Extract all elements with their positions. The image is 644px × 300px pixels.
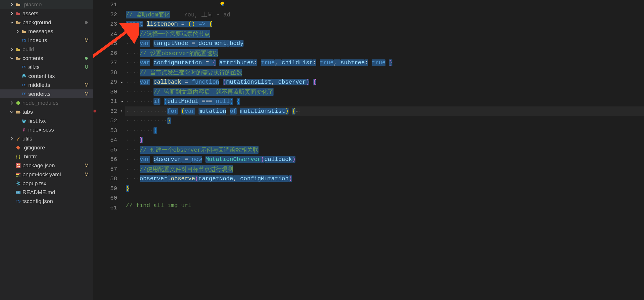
code-line[interactable]: ····var configMutation = { attributes: t…	[125, 58, 644, 68]
file-tree-item[interactable]: assets	[0, 9, 93, 18]
gutter-line[interactable]: 57	[93, 164, 125, 174]
file-label: README.md	[23, 189, 90, 196]
file-tree-item[interactable]: TStsconfig.json	[0, 197, 93, 206]
code-editor[interactable]: 21 22 23 24 25 26 27 28 29 30 31 32	[93, 0, 644, 300]
code-line[interactable]: const listenDom = () => {	[125, 19, 644, 29]
code-line[interactable]: ····var targetNode = document.body	[125, 39, 644, 48]
gutter-line[interactable]: 21	[93, 0, 125, 10]
file-tree-item[interactable]: first.tsx	[0, 116, 93, 125]
chevron-down-icon[interactable]	[9, 21, 15, 24]
lightbulb-icon[interactable]	[219, 1, 225, 8]
file-tree-item[interactable]: messages	[0, 27, 93, 36]
file-tree-item[interactable]: tabs	[0, 107, 93, 116]
code-line[interactable]: ····var callback = function (mutationsLi…	[125, 77, 644, 87]
code-line[interactable]: // find all img url	[125, 203, 644, 208]
gutter-line[interactable]: 30	[93, 87, 125, 97]
code-line[interactable]: ····// 创建一个observer示例与回调函数相关联	[125, 145, 644, 155]
chevron-down-icon[interactable]	[9, 110, 15, 114]
fold-icon[interactable]	[119, 110, 125, 112]
code-line[interactable]: }	[125, 184, 644, 194]
fold-icon[interactable]	[119, 100, 125, 103]
breakpoint-slot[interactable]	[93, 110, 97, 112]
file-tree-item[interactable]: pnpm-lock.yamlM	[0, 170, 93, 179]
gutter-line[interactable]: 26	[93, 48, 125, 58]
file-tree-item[interactable]: TSall.tsU	[0, 63, 93, 72]
gutter-line[interactable]: 59	[93, 184, 125, 194]
modified-dot-icon	[85, 21, 88, 24]
file-tree-item[interactable]: popup.tsx	[0, 179, 93, 188]
gutter-line[interactable]: 31	[93, 97, 125, 106]
gutter-line[interactable]: 27	[93, 58, 125, 68]
chevron-right-icon[interactable]	[9, 137, 15, 140]
gutter-line[interactable]: 23	[93, 19, 125, 29]
code-line[interactable]	[125, 193, 644, 203]
git-status-badge: M	[83, 172, 90, 177]
gutter-line[interactable]: 60	[93, 193, 125, 203]
editor-code-area[interactable]: // 监听dom变化You, 上周 • adconst listenDom = …	[125, 0, 644, 300]
gutter-line[interactable]: 53	[93, 126, 125, 136]
git-blame-annotation: You, 上周 • ad	[184, 11, 230, 18]
file-tree-item[interactable]: package.jsonM	[0, 161, 93, 170]
chevron-right-icon[interactable]	[9, 3, 15, 6]
code-line[interactable]: ············for (var mutation of mutatio…	[125, 106, 644, 116]
file-label: messages	[28, 28, 90, 35]
gutter-line[interactable]: 61	[93, 203, 125, 213]
code-line[interactable]: ········// 监听到文章内容后，就不再监听页面变化了	[125, 87, 644, 97]
file-tree-item[interactable]: contents	[0, 54, 93, 63]
fold-icon[interactable]	[119, 81, 125, 84]
file-tree-item[interactable]: node_modules	[0, 98, 93, 107]
file-label: build	[23, 46, 90, 52]
file-tree-item[interactable]: build	[0, 45, 93, 54]
chevron-down-icon[interactable]	[9, 57, 15, 60]
file-icon	[21, 29, 27, 33]
file-tree-item[interactable]: .gitignore	[0, 143, 93, 152]
code-line[interactable]: // 监听dom变化You, 上周 • ad	[125, 10, 644, 20]
file-icon	[15, 181, 21, 186]
line-number: 32	[97, 108, 119, 115]
file-tree-item[interactable]: content.tsx	[0, 72, 93, 80]
gutter-line[interactable]: 52	[93, 116, 125, 126]
gutter-line[interactable]: 54	[93, 135, 125, 145]
file-label: all.ts	[28, 64, 83, 70]
chevron-right-icon[interactable]	[9, 48, 15, 51]
code-line[interactable]: ····}	[125, 135, 644, 145]
file-tree-item[interactable]: TSindex.tsM	[0, 36, 93, 45]
file-tree-item[interactable]: { }.hintrc	[0, 152, 93, 161]
file-explorer-sidebar[interactable]: .plasmoassetsbackgroundmessagesTSindex.t…	[0, 0, 93, 300]
file-tree-item[interactable]: TSmiddle.tsM	[0, 80, 93, 89]
file-tree-item[interactable]: TSsender.tsM	[0, 89, 93, 98]
code-line[interactable]: ····//使用配置文件对目标节点进行观测	[125, 164, 644, 174]
gutter-line[interactable]: 32	[93, 106, 125, 116]
gutter-line[interactable]: 28	[93, 68, 125, 78]
gutter-line[interactable]: 55	[93, 145, 125, 155]
breakpoint-icon[interactable]	[93, 110, 96, 112]
git-status-badge: M	[83, 82, 90, 88]
code-line[interactable]: ····var observer = new MutationObserver(…	[125, 155, 644, 164]
code-line[interactable]: ········if (editModul === null) {	[125, 97, 644, 106]
gutter-line[interactable]: 25	[93, 39, 125, 48]
code-line[interactable]: ····// 当节点发生变化时的需要执行的函数	[125, 68, 644, 78]
gutter-line[interactable]: 29	[93, 77, 125, 87]
code-line[interactable]: ············}	[125, 116, 644, 126]
fold-icon[interactable]	[119, 23, 125, 26]
line-number: 21	[97, 1, 119, 8]
code-line[interactable]: ····observer.observe(targetNode, configM…	[125, 174, 644, 184]
file-tree-item[interactable]: ♯index.scss	[0, 125, 93, 134]
gutter-line[interactable]: 58	[93, 174, 125, 184]
code-line[interactable]: ····// 设置observer的配置选项	[125, 48, 644, 58]
file-tree-item[interactable]: M↓README.md	[0, 188, 93, 197]
code-line[interactable]: ····//选择一个需要观察的节点	[125, 29, 644, 39]
chevron-right-icon[interactable]	[9, 12, 15, 15]
file-tree-item[interactable]: utils	[0, 134, 93, 143]
chevron-right-icon[interactable]	[9, 101, 15, 105]
file-label: assets	[23, 10, 90, 17]
chevron-right-icon[interactable]	[14, 30, 21, 33]
file-tree-item[interactable]: .plasmo	[0, 0, 93, 9]
gutter-line[interactable]: 22	[93, 10, 125, 20]
gutter-line[interactable]: 24	[93, 29, 125, 39]
file-label: utils	[23, 136, 90, 142]
code-line[interactable]: ········}	[125, 126, 644, 136]
code-line[interactable]	[125, 0, 644, 10]
file-tree-item[interactable]: background	[0, 18, 93, 27]
gutter-line[interactable]: 56	[93, 155, 125, 164]
